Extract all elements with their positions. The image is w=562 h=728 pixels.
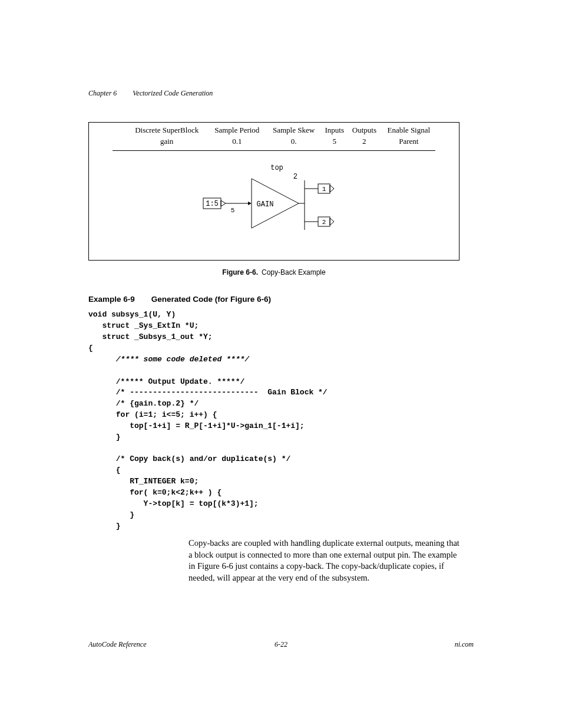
diagram-top-label: top [270,164,283,172]
code-l14: /* Copy back(s) and/or duplicate(s) */ [88,454,290,463]
code-l04: { [88,344,93,353]
svg-marker-9 [330,185,334,192]
code-l09: /* {gain.top.2} */ [88,399,199,408]
example-label: Example 6-9 [88,295,135,304]
diagram-top-num: 2 [293,173,297,181]
code-l15: { [88,466,121,475]
block-diagram: 1:5 5 GAIN top 2 1 [89,155,459,260]
example-heading: Example 6-9Generated Code (for Figure 6-… [88,294,474,305]
figure-caption-text: Copy-Back Example [262,268,326,276]
code-l01: void subsys_1(U, Y) [88,310,176,319]
diagram-block-label: GAIN [257,200,274,209]
footer-center: 6-22 [88,640,474,650]
example-title: Generated Code (for Figure 6-6) [151,295,271,304]
header-chapter: Chapter 6 [88,89,117,97]
code-block: void subsys_1(U, Y) struct _Sys_ExtIn *U… [88,309,474,532]
figure-header-table: Discrete SuperBlock Sample Period Sample… [89,123,459,150]
code-l10: for (i=1; i<=5; i++) { [88,410,217,419]
code-l02: struct _Sys_ExtIn *U; [88,321,199,330]
fig-col6-value: Parent [381,136,437,150]
diagram-out1: 1 [322,186,326,193]
fig-col3-label: Sample Skew [266,123,321,136]
svg-marker-1 [221,200,226,206]
diagram-src-pin: 5 [231,207,235,214]
figure-caption: Figure 6-6. Copy-Back Example [88,268,459,278]
fig-col3-value: 0. [266,136,321,150]
code-l18: Y->top[k] = top[(k*3)+1]; [88,499,259,508]
svg-marker-3 [248,202,252,205]
fig-col2-label: Sample Period [208,123,266,136]
footer-right: ni.com [455,640,474,650]
code-l19: } [88,510,134,519]
code-l11: top[-1+i] = R_P[-1+i]*U->gain_1[-1+i]; [88,421,305,430]
fig-col1-value: gain [126,136,208,150]
figure-box: Discrete SuperBlock Sample Period Sample… [88,122,459,261]
svg-marker-12 [330,218,334,225]
header-title: Vectorized Code Generation [133,89,213,97]
code-l05: /**** some code deleted ****/ [88,355,249,364]
code-l17: for( k=0;k<2;k++ ) { [88,488,222,497]
code-l07: /***** Output Update. *****/ [88,377,244,386]
fig-col5-label: Outputs [348,123,381,136]
running-header: Chapter 6 Vectorized Code Generation [88,88,474,98]
fig-col6-label: Enable Signal [381,123,437,136]
fig-col4-label: Inputs [321,123,348,136]
code-l12: } [88,433,121,442]
diagram-src-label: 1:5 [206,200,219,208]
figure-header-rule [113,150,435,151]
code-l08: /* ---------------------------- Gain Blo… [88,388,328,397]
diagram-svg: 1:5 5 GAIN top 2 1 [197,158,351,246]
body-paragraph: Copy-backs are coupled with handling dup… [189,538,459,584]
code-l16: RT_INTEGER k=0; [88,477,199,486]
diagram-out2: 2 [322,219,326,226]
fig-col5-value: 2 [348,136,381,150]
figure-caption-bold: Figure 6-6. [222,268,258,276]
code-l03: struct _Subsys_1_out *Y; [88,332,213,341]
fig-col2-value: 0.1 [208,136,266,150]
fig-col4-value: 5 [321,136,348,150]
code-l20: } [88,522,121,531]
fig-col1-label: Discrete SuperBlock [126,123,208,136]
